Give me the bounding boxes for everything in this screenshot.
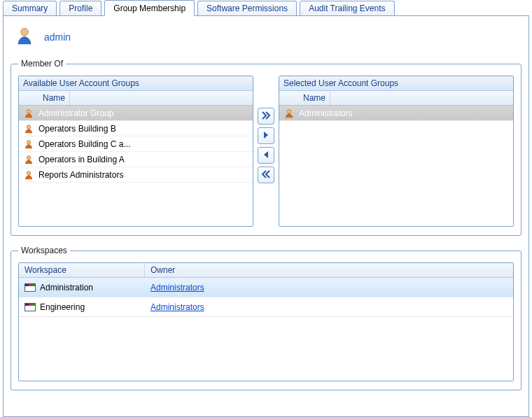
group-icon [23,124,34,134]
user-icon [15,26,34,48]
available-name-column[interactable]: Name [38,91,70,105]
workspace-name: Administration [40,283,93,292]
svg-point-6 [287,109,290,113]
owner-cell: Administrators [145,283,513,292]
owner-link[interactable]: Administrators [150,302,204,312]
member-of-fieldset: Member Of Available User Account Groups … [10,59,522,236]
workspaces-header: Workspace Owner [19,263,513,278]
svg-point-5 [27,171,30,174]
tab-group-membership[interactable]: Group Membership [104,0,195,16]
selected-groups-title: Selected User Account Groups [279,76,513,91]
chevron-right-icon [261,130,271,142]
workspaces-body[interactable]: AdministrationAdministratorsEngineeringA… [19,278,513,381]
member-of-legend: Member Of [18,59,66,69]
owner-link[interactable]: Administrators [150,283,204,292]
table-row[interactable]: AdministrationAdministrators [19,278,513,297]
move-all-left-button[interactable] [258,167,274,183]
workspace-column[interactable]: Workspace [19,263,145,277]
svg-point-1 [27,109,30,113]
workspaces-fieldset: Workspaces Workspace Owner Administratio… [10,246,522,390]
tab-page: admin Member Of Available User Account G… [3,16,529,417]
move-left-button[interactable] [258,147,274,164]
user-header: admin [15,26,522,48]
group-icon [23,108,34,118]
available-groups-header: Name [19,91,253,106]
svg-point-3 [27,140,30,143]
owner-column[interactable]: Owner [145,263,513,277]
selected-groups-panel: Selected User Account Groups Name Admini… [279,76,514,227]
tab-software-permissions[interactable]: Software Permissions [197,1,297,15]
double-chevron-right-icon [261,111,271,122]
list-item[interactable]: Reports Administrators [19,167,253,183]
list-item-label: Operators Building B [38,124,248,134]
svg-point-2 [27,125,30,128]
workspace-cell: Engineering [19,302,145,312]
user-name-label: admin [44,31,71,43]
workspace-icon [24,283,36,292]
tab-profile[interactable]: Profile [59,1,102,15]
list-item[interactable]: Operators in Building A [19,152,253,167]
move-right-button[interactable] [258,127,274,144]
tab-audit-trailing-events[interactable]: Audit Trailing Events [300,1,394,15]
tab-summary[interactable]: Summary [3,1,57,15]
list-item[interactable]: Administrator Group [19,106,253,121]
svg-point-4 [27,155,30,159]
group-icon [23,170,34,180]
table-row[interactable]: EngineeringAdministrators [19,297,513,317]
list-item-label: Operators Building C a... [38,139,248,149]
list-item[interactable]: Operators Building B [19,121,253,136]
move-all-right-button[interactable] [258,108,274,125]
chevron-left-icon [261,150,271,162]
list-item-label: Administrators [299,108,509,118]
workspace-icon [24,303,36,311]
available-groups-panel: Available User Account Groups Name Admin… [18,76,253,227]
selected-name-column[interactable]: Name [299,91,330,105]
workspaces-legend: Workspaces [18,246,70,255]
svg-point-0 [21,29,29,36]
owner-cell: Administrators [145,302,513,312]
list-item-label: Reports Administrators [38,170,248,180]
selected-groups-header: Name [279,91,513,106]
tabstrip: Summary Profile Group Membership Softwar… [3,0,529,16]
workspace-name: Engineering [40,302,85,312]
list-item[interactable]: Administrators [279,106,513,121]
selected-groups-list[interactable]: Administrators [279,106,513,226]
workspaces-table: Workspace Owner AdministrationAdministra… [18,262,514,381]
list-item-label: Operators in Building A [38,155,248,164]
group-icon [23,155,34,164]
available-groups-list[interactable]: Administrator GroupOperators Building BO… [19,106,253,226]
available-groups-title: Available User Account Groups [19,76,253,91]
workspace-cell: Administration [19,283,145,292]
group-icon [23,139,34,149]
list-item-label: Administrator Group [38,108,248,118]
double-chevron-left-icon [261,169,271,181]
transfer-buttons [258,76,274,227]
group-icon [284,108,295,118]
list-item[interactable]: Operators Building C a... [19,136,253,152]
